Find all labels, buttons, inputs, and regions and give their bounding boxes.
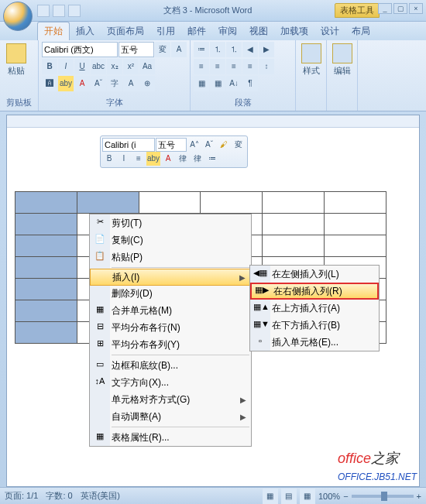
shrink-font-icon[interactable]: Aˇ bbox=[202, 138, 216, 152]
tab-review[interactable]: 审阅 bbox=[212, 22, 243, 40]
tab-design[interactable]: 设计 bbox=[314, 22, 345, 40]
menu-item[interactable]: ▦合并单元格(M) bbox=[90, 302, 251, 319]
tab-tablelayout[interactable]: 布局 bbox=[345, 22, 376, 40]
submenu-item[interactable]: ▦▲在上方插入行(A) bbox=[250, 300, 379, 317]
bold-button[interactable]: B bbox=[42, 59, 57, 74]
paste-icon bbox=[6, 43, 26, 63]
tab-addins[interactable]: 加载项 bbox=[274, 22, 314, 40]
phonetic-button[interactable]: A bbox=[123, 76, 139, 91]
grow-font-icon[interactable]: A˄ bbox=[187, 138, 201, 152]
restore-button[interactable]: ▢ bbox=[393, 3, 407, 14]
menu-item[interactable]: ▦表格属性(R)... bbox=[90, 429, 251, 446]
view-print-icon[interactable]: ▦ bbox=[263, 489, 278, 504]
tab-view[interactable]: 视图 bbox=[243, 22, 274, 40]
menu-item[interactable]: ✂剪切(T) bbox=[90, 214, 251, 231]
underline-button[interactable]: U bbox=[74, 59, 90, 74]
char-scale-button[interactable]: Aˇ bbox=[91, 76, 106, 91]
align-center-button[interactable]: ≡ bbox=[210, 59, 225, 74]
menu-item[interactable]: ⊟平均分布各行(N) bbox=[90, 319, 251, 336]
menu-item[interactable]: ↕A文字方向(X)... bbox=[90, 374, 251, 391]
save-icon[interactable] bbox=[37, 5, 50, 17]
italic-button[interactable]: I bbox=[117, 152, 131, 166]
zoom-slider[interactable] bbox=[352, 495, 414, 498]
highlight-button[interactable]: aby bbox=[146, 152, 160, 166]
increase-indent-button[interactable]: ▶ bbox=[259, 42, 274, 57]
char-border-button[interactable]: 字 bbox=[107, 76, 122, 91]
page-indicator[interactable]: 页面: 1/1 bbox=[5, 490, 38, 502]
borders-button[interactable]: ▦ bbox=[210, 76, 225, 91]
mini-font-combo[interactable] bbox=[102, 138, 155, 152]
zoom-in-button[interactable]: + bbox=[417, 492, 421, 501]
show-marks-button[interactable]: ¶ bbox=[242, 76, 258, 91]
sort-button[interactable]: A↓ bbox=[226, 76, 242, 91]
align-left-button[interactable]: ≡ bbox=[194, 59, 209, 74]
styles-button[interactable]: 样式 bbox=[299, 42, 323, 108]
subscript-button[interactable]: x₂ bbox=[107, 59, 122, 74]
text-effect-button[interactable]: 🅰 bbox=[42, 76, 57, 91]
font-name-combo[interactable] bbox=[42, 42, 118, 57]
menu-item[interactable]: 📋粘贴(P) bbox=[90, 249, 251, 266]
styles-icon bbox=[301, 43, 321, 63]
numbering-button[interactable]: ⒈ bbox=[210, 42, 225, 57]
line-spacing-button[interactable]: ↕ bbox=[259, 59, 274, 74]
undo-icon[interactable] bbox=[53, 5, 65, 17]
bold-button[interactable]: B bbox=[102, 152, 116, 166]
menu-item[interactable]: 插入(I)▶ bbox=[90, 269, 251, 286]
menu-item[interactable]: 删除列(D) bbox=[90, 285, 251, 302]
menu-item[interactable]: 单元格对齐方式(G)▶ bbox=[90, 391, 251, 408]
font-color-button[interactable]: A bbox=[161, 152, 175, 166]
view-web-icon[interactable]: ▦ bbox=[300, 489, 315, 504]
office-button[interactable] bbox=[3, 2, 33, 31]
strike-button[interactable]: abc bbox=[91, 59, 106, 74]
superscript-button[interactable]: x² bbox=[123, 59, 139, 74]
italic-button[interactable]: I bbox=[58, 59, 74, 74]
tab-home[interactable]: 开始 bbox=[37, 22, 70, 40]
menu-item[interactable]: ⊞平均分布各列(Y) bbox=[90, 336, 251, 353]
word-count[interactable]: 字数: 0 bbox=[46, 490, 72, 502]
quick-access-toolbar bbox=[37, 5, 81, 17]
view-read-icon[interactable]: ▤ bbox=[281, 489, 297, 504]
minimize-button[interactable]: _ bbox=[378, 3, 392, 14]
menu-item[interactable]: 自动调整(A)▶ bbox=[90, 408, 251, 425]
zoom-label[interactable]: 100% bbox=[318, 492, 340, 501]
tab-layout[interactable]: 页面布局 bbox=[101, 22, 150, 40]
submenu-item[interactable]: ▦▼在下方插入行(B) bbox=[250, 317, 379, 334]
center-button[interactable]: ≡ bbox=[132, 152, 146, 166]
tab-mail[interactable]: 邮件 bbox=[181, 22, 212, 40]
tab-insert[interactable]: 插入 bbox=[70, 22, 101, 40]
indent-dec-button[interactable]: 律 bbox=[176, 152, 190, 166]
submenu-item[interactable]: ◀▦在左侧插入列(L) bbox=[250, 266, 379, 283]
change-case-button[interactable]: Aa bbox=[139, 59, 155, 74]
submenu-item[interactable]: ▦▶在右侧插入列(R) bbox=[250, 283, 379, 300]
clear-format-icon[interactable]: 変 bbox=[155, 42, 170, 57]
indent-inc-button[interactable]: 律 bbox=[191, 152, 204, 166]
multilevel-button[interactable]: ⒈ bbox=[226, 42, 242, 57]
tab-references[interactable]: 引用 bbox=[150, 22, 181, 40]
bullets-button[interactable]: ≔ bbox=[194, 42, 209, 57]
zoom-out-button[interactable]: − bbox=[343, 492, 348, 501]
grow-font-icon[interactable]: A bbox=[171, 42, 187, 57]
group-clipboard: 剪贴板 bbox=[3, 96, 35, 109]
submenu-item[interactable]: ▫插入单元格(E)... bbox=[250, 334, 379, 351]
font-size-combo[interactable] bbox=[119, 42, 154, 57]
find-icon bbox=[332, 43, 352, 63]
menu-item[interactable]: 📄复制(C) bbox=[90, 231, 251, 249]
phonetic-icon[interactable]: 変 bbox=[232, 138, 246, 152]
align-right-button[interactable]: ≡ bbox=[226, 59, 242, 74]
font-color-button[interactable]: A bbox=[74, 76, 90, 91]
justify-button[interactable]: ≡ bbox=[242, 59, 258, 74]
ruler[interactable] bbox=[7, 115, 419, 128]
language-indicator[interactable]: 英语(美国) bbox=[81, 490, 120, 502]
format-painter-icon[interactable]: 🖌 bbox=[217, 138, 231, 152]
menu-item[interactable]: ▭边框和底纹(B)... bbox=[90, 357, 251, 374]
close-button[interactable]: × bbox=[409, 3, 423, 14]
decrease-indent-button[interactable]: ◀ bbox=[242, 42, 258, 57]
edit-button[interactable]: 编辑 bbox=[330, 42, 354, 108]
list-button[interactable]: ≔ bbox=[205, 152, 219, 166]
mini-size-combo[interactable] bbox=[156, 138, 187, 152]
paste-button[interactable]: 粘贴 bbox=[3, 42, 29, 96]
redo-icon[interactable] bbox=[68, 5, 81, 17]
shading-button[interactable]: ▦ bbox=[194, 76, 209, 91]
highlight-button[interactable]: aby bbox=[58, 76, 74, 91]
enclose-button[interactable]: ⊕ bbox=[139, 76, 155, 91]
